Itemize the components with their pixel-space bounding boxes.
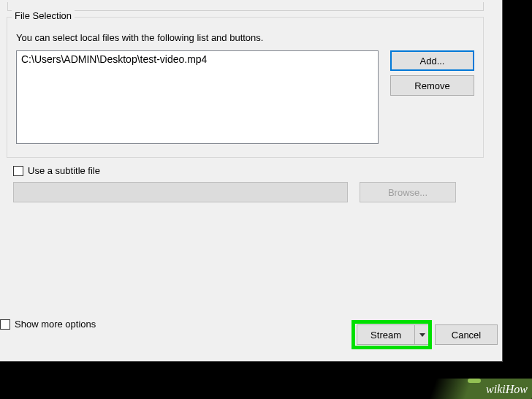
top-panel-border	[7, 2, 484, 11]
groupbox-title: File Selection	[12, 10, 75, 21]
subtitle-checkbox[interactable]	[13, 166, 23, 176]
cancel-button[interactable]: Cancel	[435, 324, 498, 345]
subtitle-checkbox-label: Use a subtitle file	[28, 165, 100, 176]
more-options-checkbox[interactable]	[0, 319, 10, 330]
more-options-label: Show more options	[15, 319, 96, 330]
dialog-window: File Selection You can select local file…	[0, 0, 503, 362]
stream-dropdown-arrow[interactable]	[415, 325, 430, 344]
browse-button: Browse...	[360, 182, 456, 202]
article-indicator-icon	[468, 379, 481, 383]
file-selection-group: File Selection You can select local file…	[7, 17, 484, 158]
watermark-text: wikiHow	[486, 383, 528, 396]
chevron-down-icon	[419, 333, 425, 337]
file-list[interactable]: C:\Users\ADMIN\Desktop\test-video.mp4	[16, 50, 379, 144]
stream-split-button[interactable]: Stream	[357, 324, 430, 345]
stream-button-main[interactable]: Stream	[357, 325, 415, 344]
more-options-row: Show more options	[0, 319, 96, 330]
instruction-text: You can select local files with the foll…	[16, 32, 474, 43]
remove-button[interactable]: Remove	[390, 75, 474, 96]
subtitle-section: Use a subtitle file Browse...	[13, 165, 484, 202]
stream-button-label: Stream	[370, 330, 401, 341]
add-button[interactable]: Add...	[390, 50, 474, 71]
subtitle-path-input	[13, 182, 348, 202]
file-list-item[interactable]: C:\Users\ADMIN\Desktop\test-video.mp4	[21, 53, 373, 65]
